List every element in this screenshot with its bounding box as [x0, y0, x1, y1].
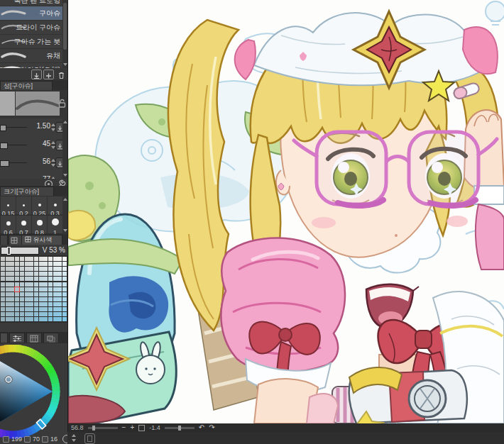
color-swatch[interactable] — [43, 257, 48, 261]
color-swatch[interactable] — [43, 302, 48, 306]
size-preset[interactable]: 1 — [47, 215, 63, 234]
color-swatch[interactable] — [10, 312, 14, 316]
color-swatch[interactable] — [20, 292, 24, 296]
color-swatch[interactable] — [43, 267, 48, 271]
color-swatch[interactable] — [20, 287, 24, 292]
color-swatch[interactable] — [1, 312, 5, 316]
color-swatch[interactable] — [20, 277, 24, 281]
color-swatch[interactable] — [53, 262, 57, 266]
color-swatch[interactable] — [1, 267, 5, 271]
color-swatch[interactable] — [62, 257, 67, 261]
color-swatch[interactable] — [39, 292, 43, 296]
subtool-scrollbar[interactable] — [62, 0, 67, 68]
zoom-slider-handle[interactable] — [92, 426, 95, 431]
color-swatch[interactable] — [48, 277, 53, 281]
property-slider-row[interactable]: 45 — [0, 136, 67, 154]
color-swatch[interactable] — [1, 292, 5, 296]
color-swatch[interactable] — [15, 272, 19, 276]
color-set-tab[interactable] — [0, 235, 8, 245]
color-swatch[interactable] — [6, 267, 10, 271]
color-swatch[interactable] — [1, 282, 5, 287]
value-slider-handle[interactable] — [7, 247, 11, 255]
color-swatch[interactable] — [10, 287, 14, 292]
fit-to-screen-icon[interactable] — [138, 425, 145, 431]
color-swatch[interactable] — [39, 302, 43, 306]
color-swatch[interactable] — [34, 297, 38, 301]
color-swatch[interactable] — [39, 307, 43, 311]
color-swatch[interactable] — [1, 277, 5, 281]
color-swatch[interactable] — [43, 277, 48, 281]
color-wheel[interactable] — [0, 345, 67, 444]
color-swatch[interactable] — [20, 282, 24, 287]
color-swatch[interactable] — [20, 297, 24, 301]
color-swatch[interactable] — [10, 267, 14, 271]
color-swatch[interactable] — [20, 272, 24, 276]
color-swatch[interactable] — [34, 257, 38, 261]
add-subtool-button[interactable] — [43, 70, 54, 79]
color-swatch[interactable] — [62, 277, 67, 281]
color-swatch[interactable] — [62, 287, 67, 292]
color-swatch[interactable] — [1, 262, 5, 266]
color-swatch[interactable] — [29, 282, 33, 287]
color-swatch[interactable] — [34, 292, 38, 296]
rotate-slider[interactable] — [165, 427, 195, 429]
rotate-cw-icon[interactable]: ↷ — [209, 424, 214, 431]
color-swatch[interactable] — [20, 302, 24, 306]
color-swatch[interactable] — [57, 282, 62, 287]
color-swatch[interactable] — [57, 272, 62, 276]
color-swatch[interactable] — [25, 287, 29, 292]
color-swatch[interactable] — [53, 312, 57, 316]
color-swatch[interactable] — [48, 317, 53, 321]
color-swatch[interactable] — [6, 257, 10, 261]
color-swatch[interactable] — [25, 277, 29, 281]
color-swatch[interactable] — [10, 317, 14, 321]
color-swatch[interactable] — [6, 317, 10, 321]
color-swatch-selected[interactable] — [15, 287, 19, 292]
color-swatch[interactable] — [53, 297, 57, 301]
color-swatch[interactable] — [10, 257, 14, 261]
color-swatch[interactable] — [29, 312, 33, 316]
color-swatch[interactable] — [10, 262, 14, 266]
color-swatch[interactable] — [53, 277, 57, 281]
color-swatch[interactable] — [6, 287, 10, 292]
color-swatch[interactable] — [39, 277, 43, 281]
color-swatch[interactable] — [43, 287, 48, 292]
color-swatch[interactable] — [1, 257, 5, 261]
color-swatch[interactable] — [62, 282, 67, 287]
color-swatch[interactable] — [15, 297, 19, 301]
lock-icon[interactable] — [58, 99, 66, 108]
color-swatch[interactable] — [53, 282, 57, 287]
color-swatch[interactable] — [1, 287, 5, 292]
color-swatch[interactable] — [57, 297, 62, 301]
color-swatch[interactable] — [15, 292, 19, 296]
color-swatch[interactable] — [48, 282, 53, 287]
color-swatch[interactable] — [25, 272, 29, 276]
color-swatch[interactable] — [1, 302, 5, 306]
color-swatch[interactable] — [20, 317, 24, 321]
color-swatch[interactable] — [10, 272, 14, 276]
similar-color-tab[interactable]: 유사색 — [21, 235, 62, 245]
color-swatch[interactable] — [29, 287, 33, 292]
rotate-slider-handle[interactable] — [178, 426, 181, 431]
color-swatch[interactable] — [15, 317, 19, 321]
color-swatch[interactable] — [25, 307, 29, 311]
property-slider-row[interactable]: 77 — [0, 172, 67, 179]
color-swatch[interactable] — [6, 297, 10, 301]
color-swatch[interactable] — [25, 302, 29, 306]
color-swatch[interactable] — [62, 317, 67, 321]
color-swatch[interactable] — [57, 257, 62, 261]
color-swatch[interactable] — [34, 282, 38, 287]
color-swatch[interactable] — [34, 262, 38, 266]
canvas-artwork[interactable] — [68, 0, 504, 423]
subtool-item-dry-gouache[interactable]: 드라이 구아슈 — [0, 21, 67, 35]
scrollbar-thumb[interactable] — [63, 3, 67, 50]
subtool-item-gouache-fine[interactable]: 구아슈 가는 붓 — [0, 35, 67, 49]
color-swatch[interactable] — [1, 297, 5, 301]
color-swatch[interactable] — [15, 282, 19, 287]
color-swatch[interactable] — [53, 307, 57, 311]
zoom-out-button[interactable]: − — [122, 424, 126, 431]
color-swatch[interactable] — [43, 317, 48, 321]
color-swatch[interactable] — [62, 302, 67, 306]
color-swatch[interactable] — [48, 292, 53, 296]
color-swatch[interactable] — [29, 297, 33, 301]
